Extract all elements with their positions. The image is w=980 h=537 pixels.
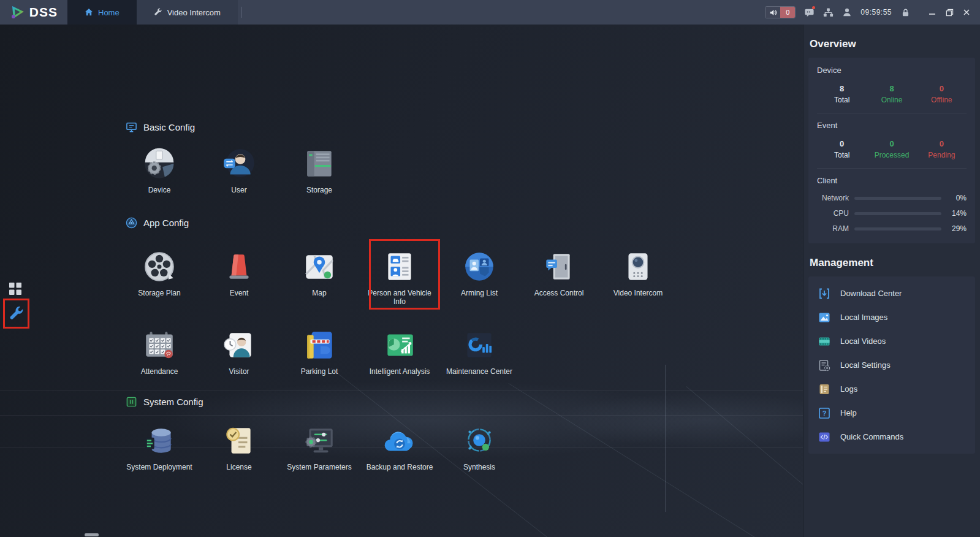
dss-logo: DSS bbox=[0, 0, 67, 25]
sitemap-icon bbox=[823, 7, 834, 18]
map-crosshair bbox=[665, 365, 666, 512]
intelligent-analysis-icon bbox=[382, 327, 417, 363]
device-icon bbox=[142, 146, 177, 181]
local-videos-icon bbox=[818, 335, 830, 348]
app-tile-storage[interactable]: Storage bbox=[279, 146, 359, 194]
client-section-title: Client bbox=[817, 176, 967, 185]
restore-button[interactable] bbox=[941, 0, 958, 25]
event-section-title: Event bbox=[817, 121, 967, 130]
message-alert-dot bbox=[812, 6, 815, 9]
user-icon bbox=[842, 7, 852, 17]
menu-quick-commands[interactable]: Quick Commands bbox=[808, 425, 975, 449]
home-main-area: Basic Config Device bbox=[0, 25, 803, 537]
app-config-icon bbox=[126, 217, 137, 229]
help-icon: ? bbox=[818, 407, 830, 419]
tile-label: Person and Vehicle Info bbox=[364, 289, 435, 306]
tab-home[interactable]: Home bbox=[67, 0, 137, 25]
storage-icon bbox=[302, 146, 337, 181]
menu-local-videos[interactable]: Local Videos bbox=[808, 329, 975, 353]
section-app-config: App Config bbox=[126, 217, 189, 229]
client-meters: Network 0% CPU 14% RAM 29% bbox=[817, 194, 967, 235]
network-meter: Network 0% bbox=[817, 194, 967, 202]
menu-local-images[interactable]: Local Images bbox=[808, 305, 975, 329]
download-center-icon bbox=[818, 288, 830, 300]
app-tile-event[interactable]: Event bbox=[199, 249, 279, 297]
maintenance-center-icon bbox=[462, 327, 497, 363]
local-settings-icon bbox=[818, 359, 830, 371]
app-tile-visitor[interactable]: Visitor bbox=[199, 327, 279, 376]
basic-config-icon bbox=[126, 121, 137, 133]
alarm-count-badge: 0 bbox=[780, 7, 795, 18]
user-avatar-icon bbox=[221, 146, 257, 181]
access-control-icon bbox=[541, 249, 577, 284]
alarm-sound-widget[interactable]: 0 bbox=[765, 6, 796, 18]
right-sidebar: Overview Device 8 Total 8 Online 0 Offli… bbox=[803, 25, 980, 537]
app-tile-user[interactable]: User bbox=[199, 146, 279, 194]
parking-lot-icon bbox=[302, 327, 337, 363]
app-tile-system-parameters[interactable]: System Parameters bbox=[279, 423, 359, 471]
map-line bbox=[0, 390, 803, 391]
section-title: System Config bbox=[143, 397, 203, 407]
app-tile-parking-lot[interactable]: Parking Lot bbox=[279, 327, 359, 376]
tile-label: Storage Plan bbox=[138, 289, 180, 297]
tile-label: Synthesis bbox=[463, 463, 495, 471]
app-tile-device[interactable]: Device bbox=[120, 146, 199, 194]
tab-video-intercom[interactable]: Video Intercom bbox=[137, 0, 238, 25]
system-deployment-icon bbox=[142, 423, 177, 459]
app-tile-video-intercom[interactable]: Video Intercom bbox=[598, 249, 678, 297]
app-tile-intelligent-analysis[interactable]: Intelligent Analysis bbox=[360, 327, 439, 376]
app-tile-synthesis[interactable]: Synthesis bbox=[439, 423, 519, 471]
logo-text: DSS bbox=[29, 5, 58, 20]
backup-restore-icon bbox=[382, 423, 417, 459]
map-line bbox=[0, 415, 803, 416]
tile-label: Maintenance Center bbox=[446, 367, 512, 376]
video-intercom-icon bbox=[620, 249, 656, 284]
clock-time: 09:59:55 bbox=[860, 8, 892, 17]
system-parameters-icon bbox=[302, 423, 337, 459]
dss-app-window: DSS Home Video Intercom bbox=[0, 0, 980, 537]
synthesis-icon bbox=[462, 423, 497, 459]
menu-local-settings[interactable]: Local Settings bbox=[808, 353, 975, 377]
tab-separator bbox=[241, 7, 242, 18]
app-tile-access-control[interactable]: Access Control bbox=[519, 249, 599, 297]
system-config-icon bbox=[126, 396, 137, 408]
app-tile-attendance[interactable]: Attendance bbox=[120, 327, 199, 376]
event-siren-icon bbox=[221, 249, 257, 284]
minimize-button[interactable] bbox=[924, 0, 941, 25]
app-tile-system-deployment[interactable]: System Deployment bbox=[120, 423, 199, 471]
arming-list-icon bbox=[462, 249, 497, 284]
tile-label: License bbox=[226, 463, 251, 471]
tile-label: Storage bbox=[306, 186, 332, 194]
tile-label: Visitor bbox=[229, 367, 249, 376]
horizontal-scrollbar-thumb[interactable] bbox=[85, 533, 99, 536]
menu-help[interactable]: ? Help bbox=[808, 401, 975, 425]
app-tile-arming-list[interactable]: Arming List bbox=[439, 249, 519, 297]
event-total-stat: 0 Total bbox=[817, 139, 867, 159]
device-total-stat: 8 Total bbox=[817, 84, 867, 104]
tile-label: User bbox=[231, 186, 246, 194]
tile-label: Arming List bbox=[461, 289, 498, 297]
tile-label: System Parameters bbox=[287, 463, 351, 471]
user-account-button[interactable] bbox=[841, 7, 853, 18]
app-tile-backup-and-restore[interactable]: Backup and Restore bbox=[360, 423, 439, 471]
management-card: Download Center Local Images bbox=[808, 276, 975, 454]
lock-button[interactable] bbox=[900, 7, 911, 18]
menu-logs[interactable]: Logs bbox=[808, 377, 975, 401]
apps-grid-button[interactable] bbox=[9, 282, 22, 295]
menu-download-center[interactable]: Download Center bbox=[808, 281, 975, 305]
message-button[interactable] bbox=[803, 7, 815, 18]
close-button[interactable] bbox=[958, 0, 975, 25]
management-title: Management bbox=[810, 257, 980, 269]
tile-label: Attendance bbox=[141, 367, 178, 376]
section-basic-config: Basic Config bbox=[126, 121, 195, 133]
app-tile-storage-plan[interactable]: Storage Plan bbox=[120, 249, 199, 297]
app-tile-map[interactable]: Map bbox=[279, 249, 359, 297]
tile-label: System Deployment bbox=[126, 463, 192, 471]
org-tree-button[interactable] bbox=[822, 7, 834, 18]
app-tile-person-and-vehicle-info[interactable]: Person and Vehicle Info bbox=[360, 249, 439, 306]
grid-icon bbox=[9, 282, 22, 295]
config-wrench-button[interactable] bbox=[9, 306, 25, 322]
app-tile-maintenance-center[interactable]: Maintenance Center bbox=[439, 327, 519, 376]
app-tile-license[interactable]: License bbox=[199, 423, 279, 471]
event-stats: 0 Total 0 Processed 0 Pending bbox=[817, 139, 967, 159]
